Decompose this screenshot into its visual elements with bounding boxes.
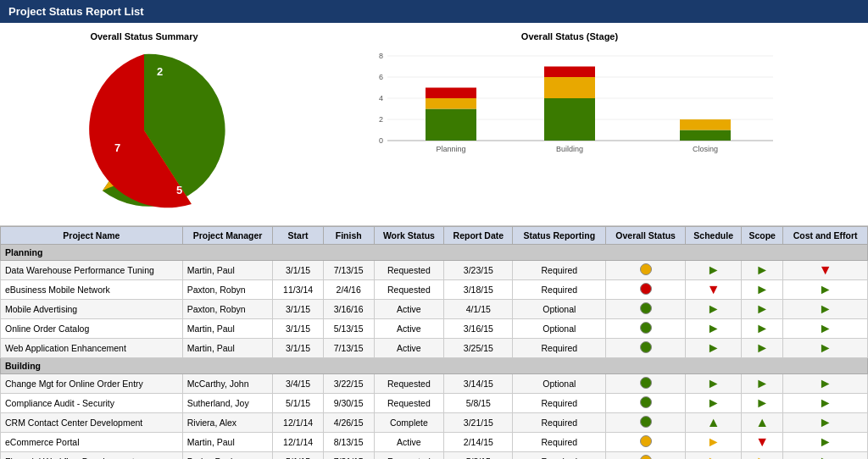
cell-manager: Paxton, Robyn [182,280,273,300]
cell-project: Financial Workflow Development [1,452,183,460]
y-label-4: 4 [379,94,383,102]
cell-finish: 7/13/15 [323,339,374,358]
cell-cost-effort: ► [783,374,868,394]
cell-overall-status [606,300,686,319]
cell-scope: ▲ [742,413,783,433]
cell-work-status: Active [374,319,444,339]
bar-chart-title: Overall Status (Stage) [280,31,860,41]
cell-overall-status [606,433,686,452]
cell-schedule: ► [686,339,742,358]
cell-report-date: 3/18/15 [444,280,513,300]
cell-project: Online Order Catalog [1,319,183,339]
table-body: Planning Data Warehouse Performance Tuni… [1,245,868,460]
cell-overall-status [606,413,686,433]
cell-report-date: 3/23/15 [444,261,513,280]
cell-start: 3/1/15 [273,300,324,319]
cell-project: Mobile Advertising [1,300,183,319]
cell-cost-effort: ► [783,280,868,300]
col-finish: Finish [323,227,374,245]
cell-overall-status [606,374,686,394]
cell-finish: 2/4/16 [323,280,374,300]
cell-manager: Berks, Paul [182,452,273,460]
pie-label-7: 7 [114,141,120,154]
pie-chart: 7 5 2 [59,46,229,215]
cell-overall-status [606,261,686,280]
cell-schedule: ► [686,452,742,460]
cell-schedule: ▲ [686,413,742,433]
cell-status-reporting: Optional [513,300,606,319]
cell-report-date: 2/14/15 [444,433,513,452]
cell-finish: 5/13/15 [323,319,374,339]
cell-cost-effort: ► [783,452,868,460]
table-row: Change Mgt for Online Order Entry McCart… [1,374,868,394]
cell-schedule: ► [686,261,742,280]
pie-label-2: 2 [157,65,163,78]
cell-finish: 9/30/15 [323,394,374,413]
cell-status-reporting: Required [513,413,606,433]
closing-bar-yellow [680,119,731,130]
cell-report-date: 3/25/15 [444,339,513,358]
table-row: Mobile Advertising Paxton, Robyn 3/1/15 … [1,300,868,319]
cell-cost-effort: ► [783,433,868,452]
cell-status-reporting: Required [513,394,606,413]
cell-start: 3/4/15 [273,374,324,394]
y-label-0: 0 [379,136,383,145]
cell-schedule: ► [686,394,742,413]
page-title: Project Status Report List [0,0,868,23]
cell-start: 12/1/14 [273,433,324,452]
group-header: Planning [1,245,868,261]
pie-chart-container: Overall Status Summary 7 5 2 [8,31,280,217]
cell-project: eBusiness Mobile Network [1,280,183,300]
cell-project: Compliance Audit - Security [1,394,183,413]
cell-start: 11/3/14 [273,280,324,300]
cell-work-status: Active [374,339,444,358]
cell-scope: ► [742,374,783,394]
cell-report-date: 5/8/15 [444,452,513,460]
cell-status-reporting: Required [513,261,606,280]
closing-label: Closing [693,145,718,153]
table-row: Web Application Enhancement Martin, Paul… [1,339,868,358]
group-header: Building [1,358,868,374]
cell-scope: ▼ [742,433,783,452]
table-row: Data Warehouse Performance Tuning Martin… [1,261,868,280]
col-status-reporting: Status Reporting [513,227,606,245]
cell-project: CRM Contact Center Development [1,413,183,433]
cell-work-status: Requested [374,452,444,460]
cell-finish: 7/13/15 [323,261,374,280]
cell-finish: 8/13/15 [323,433,374,452]
cell-scope: ► [742,339,783,358]
col-manager: Project Manager [182,227,273,245]
cell-report-date: 5/8/15 [444,394,513,413]
cell-start: 3/1/15 [273,339,324,358]
cell-finish: 3/16/16 [323,300,374,319]
cell-report-date: 3/21/15 [444,413,513,433]
cell-cost-effort: ► [783,300,868,319]
cell-start: 5/1/15 [273,394,324,413]
cell-scope: ► [742,319,783,339]
cell-work-status: Requested [374,261,444,280]
col-report-date: Report Date [444,227,513,245]
cell-schedule: ▼ [686,280,742,300]
cell-scope: ► [742,280,783,300]
cell-status-reporting: Required [513,339,606,358]
cell-overall-status [606,452,686,460]
cell-work-status: Complete [374,413,444,433]
cell-work-status: Requested [374,374,444,394]
building-label: Building [556,145,583,153]
planning-bar-green [426,109,476,141]
pie-label-5: 5 [176,184,182,196]
bar-chart: 8 6 4 2 0 Planning [280,46,860,215]
table-section: Project Name Project Manager Start Finis… [0,226,868,459]
planning-bar-red [426,88,476,99]
cell-report-date: 4/1/15 [444,300,513,319]
cell-project: eCommerce Portal [1,433,183,452]
cell-manager: Martin, Paul [182,319,273,339]
table-row: Financial Workflow Development Berks, Pa… [1,452,868,460]
cell-start: 12/1/14 [273,413,324,433]
col-start: Start [273,227,324,245]
charts-section: Overall Status Summary 7 5 2 Overall Sta… [0,23,868,226]
cell-project: Change Mgt for Online Order Entry [1,374,183,394]
cell-cost-effort: ► [783,319,868,339]
cell-schedule: ► [686,433,742,452]
table-row: eCommerce Portal Martin, Paul 12/1/14 8/… [1,433,868,452]
